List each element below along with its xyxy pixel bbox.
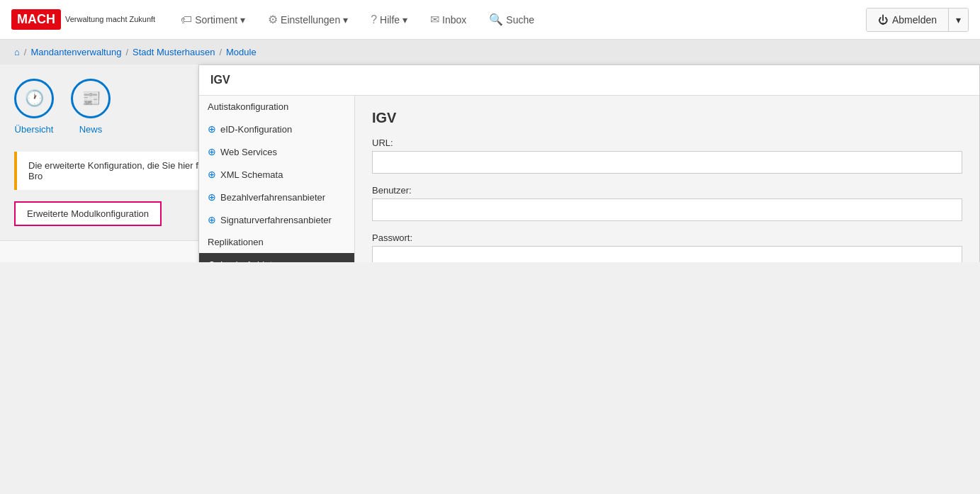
- logo-text: Verwaltung macht Zukunft: [65, 15, 155, 24]
- bezahl-plus-icon: ⊕: [208, 191, 216, 203]
- inbox-icon: ✉: [430, 13, 439, 26]
- top-nav: MACH Verwaltung macht Zukunft 🏷 Sortimen…: [0, 0, 980, 40]
- sidebar-item-login-anbieter[interactable]: ⊖ Login-Anbieter: [199, 253, 354, 262]
- benutzer-label: Benutzer:: [372, 185, 962, 196]
- sidebar-item-autistakonfiguration[interactable]: Autistakonfiguration: [199, 96, 354, 118]
- signatur-label: Signaturverfahrensanbieter: [220, 215, 332, 225]
- autistakonfiguration-label: Autistakonfiguration: [208, 101, 288, 112]
- breadcrumb-mandanten[interactable]: Mandantenverwaltung: [30, 47, 121, 57]
- tile-news[interactable]: 📰 News: [71, 79, 111, 135]
- nav-hilfe[interactable]: ? Hilfe ▾: [362, 8, 416, 32]
- bezahl-label: Bezahlverfahrensanbieter: [220, 192, 325, 203]
- sidebar-item-webservices[interactable]: ⊕ Web Services: [199, 140, 354, 163]
- hilfe-icon: ?: [371, 13, 377, 26]
- suche-icon: 🔍: [489, 13, 503, 26]
- abmelden-button-group: ⏻ Abmelden ▾: [866, 8, 969, 32]
- igv-panel-body: Autistakonfiguration ⊕ eID-Konfiguration…: [199, 96, 979, 262]
- uebersicht-label: Übersicht: [15, 124, 54, 135]
- abmelden-main-button[interactable]: ⏻ Abmelden: [867, 9, 949, 31]
- benutzer-input[interactable]: [372, 198, 962, 221]
- sidebar-item-bezahl[interactable]: ⊕ Bezahlverfahrensanbieter: [199, 186, 354, 208]
- uebersicht-icon: 🕐: [14, 79, 54, 118]
- webservices-plus-icon: ⊕: [208, 146, 216, 157]
- sortiment-chevron: ▾: [240, 14, 245, 26]
- news-label: News: [79, 124, 103, 135]
- logo-icon: MACH: [11, 9, 61, 30]
- breadcrumb: ⌂ / Mandantenverwaltung / Stadt Musterha…: [0, 40, 980, 64]
- igv-sidebar: Autistakonfiguration ⊕ eID-Konfiguration…: [199, 96, 355, 262]
- sortiment-icon: 🏷: [181, 13, 192, 26]
- igv-panel: IGV Autistakonfiguration ⊕ eID-Konfigura…: [198, 64, 980, 262]
- sidebar-item-signatur[interactable]: ⊕ Signaturverfahrensanbieter: [199, 208, 354, 231]
- nav-suche[interactable]: 🔍 Suche: [480, 7, 543, 32]
- url-group: URL:: [372, 137, 962, 174]
- replikationen-label: Replikationen: [208, 237, 264, 247]
- eid-label: eID-Konfiguration: [220, 124, 292, 135]
- passwort-input[interactable]: [372, 246, 962, 262]
- tile-uebersicht[interactable]: 🕐 Übersicht: [14, 79, 54, 135]
- igv-form-title: IGV: [372, 110, 962, 126]
- igv-form: IGV URL: Benutzer: Passwort: Speichern Z…: [355, 96, 979, 262]
- benutzer-group: Benutzer:: [372, 185, 962, 221]
- webservices-label: Web Services: [220, 147, 277, 157]
- nav-inbox[interactable]: ✉ Inbox: [422, 7, 475, 32]
- abmelden-dropdown-button[interactable]: ▾: [949, 9, 968, 31]
- einstellungen-icon: ⚙: [268, 13, 278, 26]
- hilfe-chevron: ▾: [402, 14, 407, 26]
- igv-panel-title: IGV: [199, 65, 979, 96]
- dropdown-chevron-icon: ▾: [956, 14, 961, 26]
- login-minus-icon: ⊖: [208, 259, 216, 262]
- power-icon: ⏻: [878, 14, 888, 26]
- xmlschemata-plus-icon: ⊕: [208, 169, 216, 180]
- breadcrumb-module[interactable]: Module: [226, 47, 257, 57]
- passwort-label: Passwort:: [372, 232, 962, 243]
- news-icon: 📰: [71, 79, 111, 118]
- eid-plus-icon: ⊕: [208, 123, 216, 135]
- breadcrumb-stadt[interactable]: Stadt Musterhausen: [133, 47, 215, 57]
- logo: MACH Verwaltung macht Zukunft: [11, 9, 155, 30]
- nav-einstellungen[interactable]: ⚙ Einstellungen ▾: [259, 7, 356, 32]
- url-label: URL:: [372, 137, 962, 148]
- login-anbieter-label: Login-Anbieter: [220, 259, 281, 263]
- erweiterte-modulkonfiguration-button[interactable]: Erweiterte Modulkonfiguration: [14, 201, 162, 226]
- sidebar-item-eid[interactable]: ⊕ eID-Konfiguration: [199, 118, 354, 140]
- einstellungen-chevron: ▾: [343, 14, 348, 26]
- nav-sortiment[interactable]: 🏷 Sortiment ▾: [172, 8, 254, 32]
- signatur-plus-icon: ⊕: [208, 214, 216, 225]
- sidebar-item-replikationen[interactable]: Replikationen: [199, 231, 354, 253]
- main-content: 🕐 Übersicht 📰 News Die erweiterte Konfig…: [0, 64, 980, 240]
- sidebar-item-xmlschemata[interactable]: ⊕ XML Schemata: [199, 163, 354, 186]
- xmlschemata-label: XML Schemata: [220, 169, 283, 180]
- breadcrumb-home[interactable]: ⌂: [14, 47, 20, 57]
- url-input[interactable]: [372, 151, 962, 174]
- passwort-group: Passwort:: [372, 232, 962, 262]
